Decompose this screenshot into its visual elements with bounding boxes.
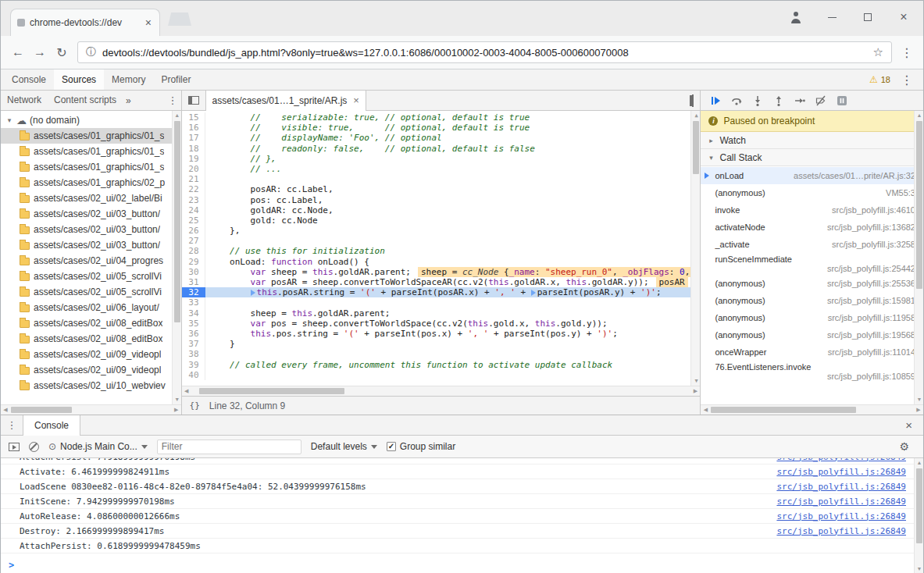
debugger-panel-toggle-button[interactable] [692, 95, 694, 106]
minimize-button[interactable] [814, 1, 850, 34]
inline-step-marker[interactable] [251, 290, 255, 296]
scroll-left-icon[interactable]: ◀ [701, 405, 710, 415]
editor-hscrollbar[interactable]: ◀ ▶ [182, 386, 701, 396]
console-source-link[interactable]: src/jsb_polyfill.js:26849 [767, 482, 906, 492]
line-number[interactable]: 23 [182, 195, 205, 205]
file-tree-item[interactable]: assets/cases/02_ui/05_scrollVi [1, 284, 181, 300]
file-tree-root[interactable]: ▾ ☁ (no domain) [1, 112, 181, 128]
tab-console-drawer[interactable]: Console [23, 415, 80, 436]
address-bar[interactable]: ⓘ devtools://devtools/bundled/js_app.htm… [77, 41, 892, 63]
line-number[interactable]: 27 [182, 236, 205, 246]
console-close-icon[interactable]: × [894, 418, 923, 432]
scroll-down-icon[interactable]: ▼ [691, 376, 700, 386]
scrollbar-thumb[interactable] [711, 407, 856, 413]
line-number[interactable]: 39 [182, 360, 205, 370]
step-out-button[interactable] [773, 95, 784, 106]
tab-close-icon[interactable]: × [144, 17, 153, 28]
scroll-right-icon[interactable]: ▶ [172, 405, 181, 415]
scroll-up-icon[interactable]: ▲ [691, 111, 700, 120]
profile-button[interactable] [778, 1, 814, 34]
file-tree-item[interactable]: assets/cases/02_ui/10_webviev [1, 378, 181, 393]
line-number[interactable]: 15 [182, 112, 205, 123]
file-tree-item[interactable]: assets/cases/02_ui/09_videopl [1, 362, 181, 378]
console-source-link[interactable]: src/jsb_polyfill.js:26849 [767, 467, 906, 477]
reload-button[interactable]: ↻ [51, 45, 73, 60]
tab-profiler[interactable]: Profiler [153, 69, 198, 90]
call-stack-frame[interactable]: (anonymous)VM55:3 [701, 184, 923, 201]
scrollbar-thumb[interactable] [174, 121, 180, 322]
console-settings-gear-icon[interactable]: ⚙ [899, 440, 915, 453]
call-stack-frame[interactable]: (anonymous)src/jsb_polyfill.js:11958 [701, 309, 923, 326]
navigator-hscrollbar[interactable]: ◀ ▶ [1, 404, 181, 415]
close-window-button[interactable]: × [886, 1, 922, 34]
bookmark-star-icon[interactable]: ☆ [873, 45, 883, 59]
file-tree-item[interactable]: assets/cases/02_ui/09_videopl [1, 347, 181, 362]
line-number[interactable]: 26 [182, 226, 205, 236]
browser-tab[interactable]: chrome-devtools://dev × [10, 9, 160, 36]
file-tree-item[interactable]: assets/cases/02_ui/08_editBox [1, 315, 181, 331]
line-number[interactable]: 38 [182, 349, 205, 359]
call-stack-frame[interactable]: (anonymous)src/jsb_polyfill.js:15981 [701, 292, 923, 309]
scroll-down-icon[interactable]: ▼ [915, 395, 924, 404]
log-levels-selector[interactable]: Default levels [311, 441, 377, 452]
tab-memory[interactable]: Memory [104, 69, 153, 90]
call-stack-frame[interactable]: invokesrc/jsb_polyfill.js:4610 [701, 201, 923, 219]
maximize-button[interactable] [850, 1, 886, 34]
navigator-menu-icon[interactable]: ⋮ [168, 94, 181, 106]
group-similar-control[interactable]: ✓ Group similar [387, 441, 455, 452]
step-button[interactable] [794, 95, 805, 106]
pretty-print-button[interactable]: {} [190, 400, 200, 411]
tab-console[interactable]: Console [4, 69, 54, 90]
line-number[interactable]: 30 [182, 267, 205, 277]
call-stack-frame[interactable]: _activatesrc/jsb_polyfill.js:3258 [701, 236, 923, 253]
forward-button[interactable]: → [29, 45, 51, 59]
line-number[interactable]: 21 [182, 174, 205, 184]
console-menu-icon[interactable]: ⋮ [1, 419, 23, 431]
file-tree-item[interactable]: assets/cases/02_ui/06_layout/ [1, 300, 181, 315]
scrollbar-thumb[interactable] [916, 121, 922, 289]
debugger-vscrollbar[interactable]: ▲ ▼ [914, 111, 923, 404]
line-number[interactable]: 35 [182, 319, 205, 329]
line-number[interactable]: 34 [182, 308, 205, 319]
step-into-button[interactable] [752, 95, 763, 106]
editor-tab-close-icon[interactable]: × [353, 94, 359, 106]
file-tree-item[interactable]: assets/cases/02_ui/02_label/Bi [1, 190, 181, 206]
call-stack-frame[interactable]: runSceneImmediatesrc/jsb_polyfill.js:254… [701, 253, 923, 275]
call-stack-frame[interactable]: 76.EventListeners.invokesrc/jsb_polyfill… [701, 361, 923, 383]
navigator-toggle-button[interactable] [182, 96, 205, 105]
scrollbar-thumb[interactable] [693, 121, 699, 174]
call-stack-section-header[interactable]: ▾ Call Stack [701, 149, 923, 166]
call-stack-frame[interactable]: activateNodesrc/jsb_polyfill.js:13682 [701, 219, 923, 236]
group-similar-checkbox[interactable]: ✓ [387, 442, 396, 451]
file-tree-item[interactable]: assets/cases/01_graphics/01_s [1, 144, 181, 159]
more-tabs-icon[interactable]: » [123, 95, 134, 106]
console-source-link[interactable]: src/jsb_polyfill.js:26849 [767, 526, 906, 536]
line-number[interactable]: 24 [182, 205, 205, 215]
execution-context-selector[interactable]: ⊙ Node.js Main Co... [48, 441, 148, 452]
scrollbar-thumb[interactable] [199, 388, 344, 394]
resume-button[interactable] [710, 95, 721, 106]
file-tree-item[interactable]: assets/cases/01_graphics/01_s [1, 128, 181, 144]
editor-vscrollbar[interactable]: ▲ ▼ [690, 111, 700, 386]
line-number[interactable]: 36 [182, 329, 205, 339]
line-number[interactable]: 37 [182, 339, 205, 349]
scroll-right-icon[interactable]: ▶ [690, 386, 700, 396]
console-source-link[interactable]: src/jsb_polyfill.js:26849 [767, 511, 906, 521]
line-number[interactable]: 20 [182, 164, 205, 174]
call-stack-frame[interactable]: (anonymous)src/jsb_polyfill.js:25536 [701, 275, 923, 292]
line-number[interactable]: 29 [182, 257, 205, 267]
scroll-right-icon[interactable]: ▶ [914, 405, 923, 415]
line-number[interactable]: 16 [182, 123, 205, 133]
line-number[interactable]: 19 [182, 154, 205, 164]
line-number[interactable]: 22 [182, 184, 205, 194]
code-editor[interactable]: 15 // serializable: true, // optional, d… [182, 111, 701, 386]
warnings-badge[interactable]: ⚠ 18 [869, 74, 890, 85]
chevron-down-icon[interactable]: ▾ [5, 116, 13, 124]
line-number[interactable]: 28 [182, 246, 205, 256]
file-tree-item[interactable]: assets/cases/02_ui/08_editBox [1, 331, 181, 347]
scroll-down-icon[interactable]: ▼ [173, 395, 181, 404]
pause-on-exceptions-button[interactable] [837, 95, 847, 106]
scrollbar-thumb[interactable] [11, 407, 72, 413]
console-sidebar-icon[interactable] [9, 443, 20, 451]
call-stack-frame[interactable]: onLoadassets/cases/01…prite/AR.js:32 [701, 167, 923, 184]
